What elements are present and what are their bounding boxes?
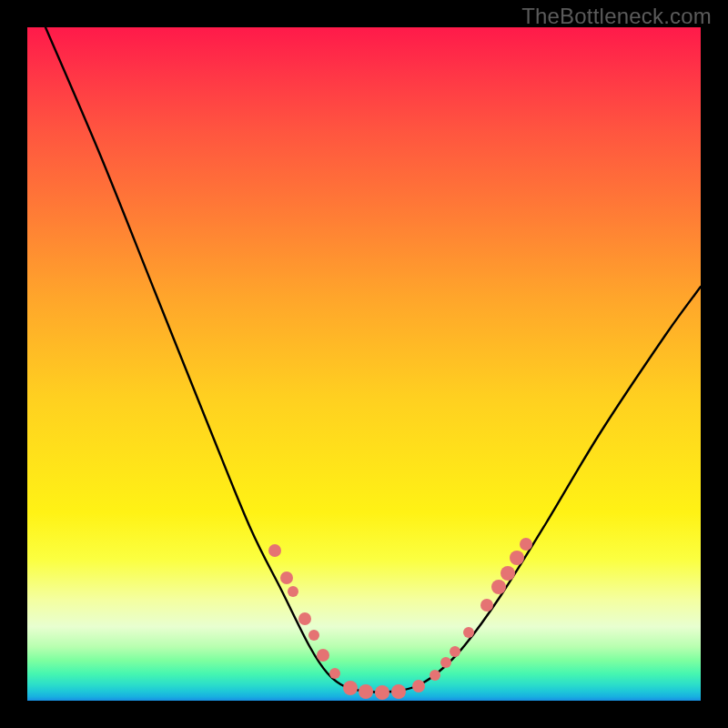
curve-marker [480, 599, 493, 612]
curve-marker [440, 657, 451, 668]
curve-marker [329, 668, 340, 679]
curve-marker [463, 627, 474, 638]
curve-marker [298, 612, 311, 625]
bottleneck-curve [46, 27, 701, 693]
curve-marker [268, 544, 281, 557]
curve-marker [317, 649, 329, 662]
curve-layer [27, 27, 701, 701]
curve-markers-group [268, 538, 532, 700]
curve-marker [450, 646, 460, 657]
curve-marker [500, 566, 515, 581]
curve-marker [343, 681, 358, 695]
curve-marker [308, 630, 319, 641]
curve-marker [510, 551, 524, 565]
curve-marker [520, 538, 532, 551]
watermark-text: TheBottleneck.com [521, 4, 712, 29]
curve-marker [391, 684, 406, 699]
curve-marker [430, 670, 440, 681]
curve-marker [288, 586, 298, 597]
curve-marker [491, 580, 506, 594]
curve-marker [375, 685, 389, 700]
curve-marker [280, 571, 293, 584]
curve-marker [412, 680, 425, 693]
plot-area [27, 27, 701, 701]
chart-frame: TheBottleneck.com [0, 0, 728, 728]
curve-marker [359, 684, 373, 699]
